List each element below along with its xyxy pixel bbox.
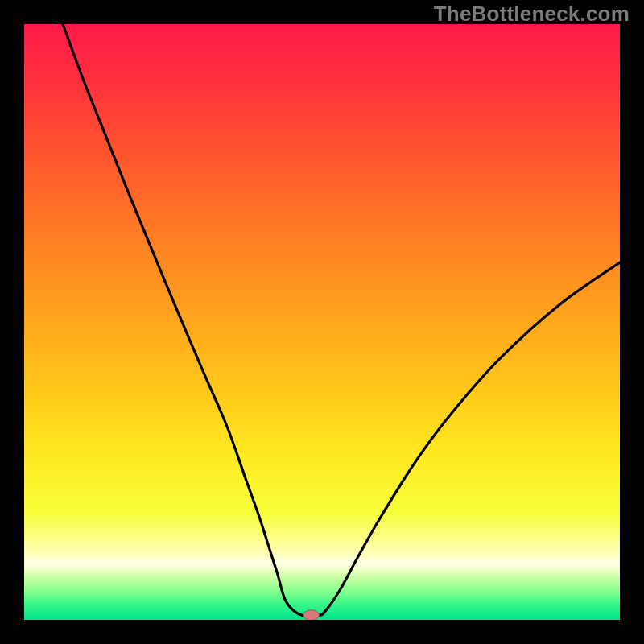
- outer-frame: { "watermark": "TheBottleneck.com", "col…: [0, 0, 644, 644]
- bottleneck-chart: [24, 24, 620, 620]
- optimum-marker: [303, 610, 319, 620]
- gradient-background: [24, 24, 620, 620]
- watermark-text: TheBottleneck.com: [434, 2, 630, 27]
